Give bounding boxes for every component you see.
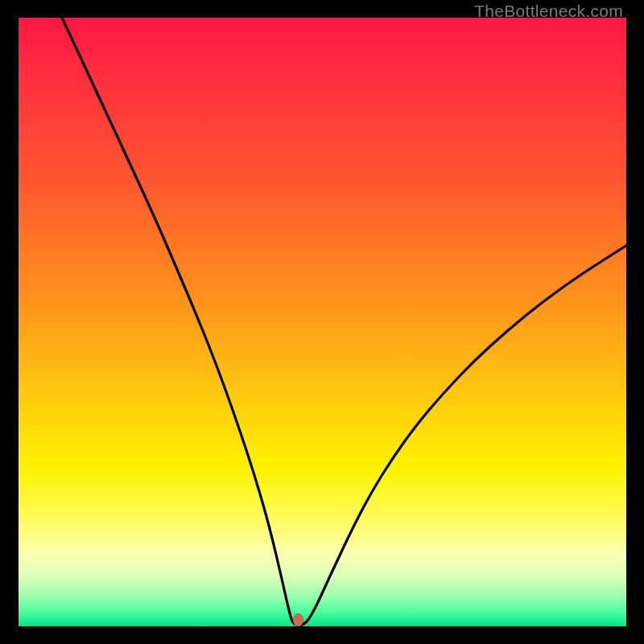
watermark-text: TheBottleneck.com bbox=[474, 2, 623, 21]
optimum-marker bbox=[293, 613, 303, 626]
chart-plot-area bbox=[19, 18, 626, 626]
bottleneck-curve bbox=[19, 18, 626, 626]
chart-frame: TheBottleneck.com bbox=[0, 0, 644, 644]
